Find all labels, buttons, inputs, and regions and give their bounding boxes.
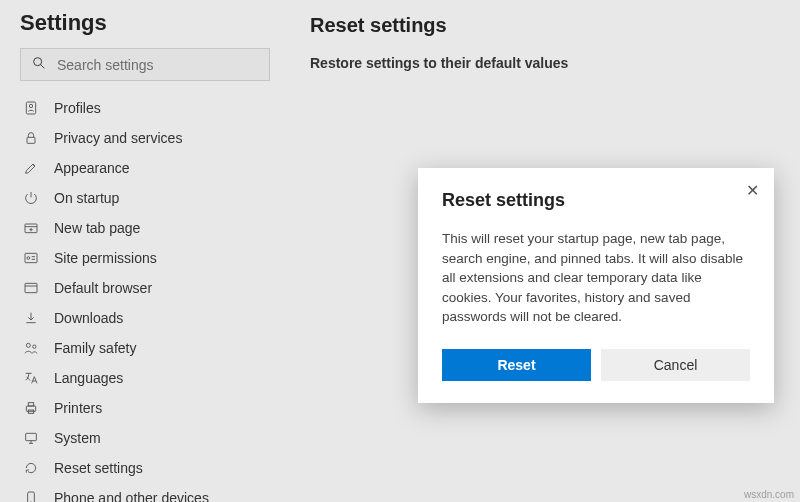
svg-line-1 — [41, 65, 45, 69]
sidebar-item-default-browser[interactable]: Default browser — [20, 273, 270, 303]
reset-icon — [22, 459, 40, 477]
sidebar-item-profiles[interactable]: Profiles — [20, 93, 270, 123]
brush-icon — [22, 159, 40, 177]
family-icon — [22, 339, 40, 357]
reset-button[interactable]: Reset — [442, 349, 591, 381]
sidebar-item-label: Appearance — [54, 160, 130, 176]
sidebar-item-label: Phone and other devices — [54, 490, 209, 502]
sidebar-item-printers[interactable]: Printers — [20, 393, 270, 423]
sidebar-item-label: Family safety — [54, 340, 136, 356]
cancel-button[interactable]: Cancel — [601, 349, 750, 381]
sidebar-item-label: Privacy and services — [54, 130, 182, 146]
section-title: Reset settings — [310, 14, 780, 37]
sidebar-item-site-permissions[interactable]: Site permissions — [20, 243, 270, 273]
profile-icon — [22, 99, 40, 117]
reset-dialog: ✕ Reset settings This will reset your st… — [418, 168, 774, 403]
search-icon — [31, 55, 47, 74]
watermark: wsxdn.com — [744, 489, 794, 500]
sidebar-item-label: On startup — [54, 190, 119, 206]
power-icon — [22, 189, 40, 207]
sidebar-item-downloads[interactable]: Downloads — [20, 303, 270, 333]
settings-sidebar: Settings Profiles Privacy and services A… — [0, 0, 290, 502]
sidebar-item-label: Default browser — [54, 280, 152, 296]
close-icon: ✕ — [746, 181, 759, 200]
permissions-icon — [22, 249, 40, 267]
sidebar-item-label: Printers — [54, 400, 102, 416]
svg-point-10 — [27, 257, 30, 260]
svg-rect-4 — [27, 137, 35, 143]
sidebar-item-label: Profiles — [54, 100, 101, 116]
page-title: Settings — [20, 10, 270, 36]
phone-icon — [22, 489, 40, 502]
sidebar-item-languages[interactable]: Languages — [20, 363, 270, 393]
sidebar-item-family[interactable]: Family safety — [20, 333, 270, 363]
sidebar-item-label: System — [54, 430, 101, 446]
dialog-body: This will reset your startup page, new t… — [442, 229, 750, 327]
system-icon — [22, 429, 40, 447]
svg-point-3 — [29, 104, 32, 107]
sidebar-item-startup[interactable]: On startup — [20, 183, 270, 213]
browser-icon — [22, 279, 40, 297]
tab-icon — [22, 219, 40, 237]
svg-rect-18 — [26, 406, 35, 411]
download-icon — [22, 309, 40, 327]
sidebar-item-label: New tab page — [54, 220, 140, 236]
close-button[interactable]: ✕ — [742, 180, 762, 200]
svg-rect-21 — [26, 433, 37, 440]
search-input[interactable] — [57, 57, 259, 73]
sidebar-item-privacy[interactable]: Privacy and services — [20, 123, 270, 153]
svg-rect-19 — [28, 403, 33, 406]
section-subtitle[interactable]: Restore settings to their default values — [310, 55, 780, 71]
sidebar-item-newtab[interactable]: New tab page — [20, 213, 270, 243]
sidebar-item-system[interactable]: System — [20, 423, 270, 453]
sidebar-item-label: Languages — [54, 370, 123, 386]
dialog-title: Reset settings — [442, 190, 750, 211]
svg-rect-13 — [25, 283, 37, 292]
sidebar-item-label: Downloads — [54, 310, 123, 326]
svg-point-15 — [26, 343, 30, 347]
sidebar-item-phone[interactable]: Phone and other devices — [20, 483, 270, 502]
printer-icon — [22, 399, 40, 417]
settings-nav: Profiles Privacy and services Appearance… — [20, 93, 270, 502]
sidebar-item-reset[interactable]: Reset settings — [20, 453, 270, 483]
svg-rect-24 — [28, 492, 35, 502]
sidebar-item-appearance[interactable]: Appearance — [20, 153, 270, 183]
sidebar-item-label: Reset settings — [54, 460, 143, 476]
search-box[interactable] — [20, 48, 270, 81]
lock-icon — [22, 129, 40, 147]
language-icon — [22, 369, 40, 387]
sidebar-item-label: Site permissions — [54, 250, 157, 266]
svg-point-0 — [34, 58, 42, 66]
svg-point-16 — [33, 345, 36, 348]
dialog-actions: Reset Cancel — [442, 349, 750, 381]
